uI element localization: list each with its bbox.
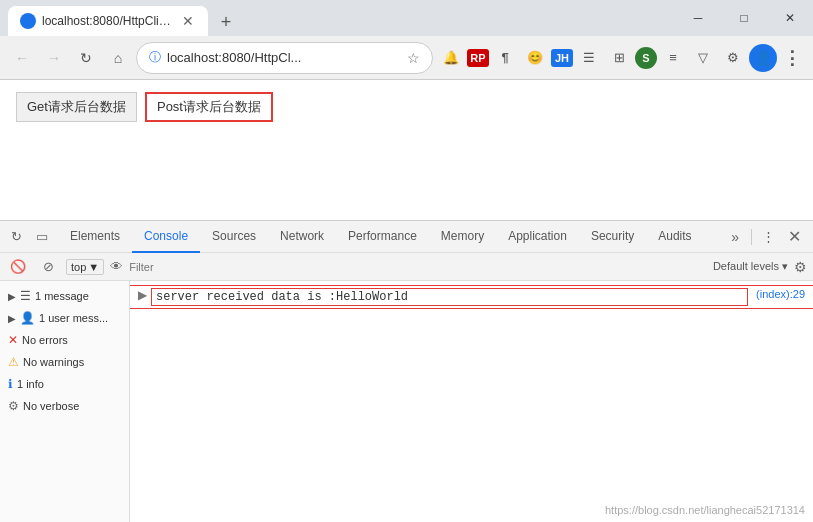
tab-elements[interactable]: Elements [58,221,132,253]
home-button[interactable]: ⌂ [104,44,132,72]
tab-bar: localhost:8080/HttpClientJsou... ✕ + ─ □… [0,0,813,36]
active-tab[interactable]: localhost:8080/HttpClientJsou... ✕ [8,6,208,36]
tab-performance[interactable]: Performance [336,221,429,253]
devtools-inspect-icon[interactable]: ↻ [4,225,28,249]
forward-button[interactable]: → [40,44,68,72]
new-tab-button[interactable]: + [212,8,240,36]
watermark: https://blog.csdn.net/lianghecai52171314 [605,504,805,516]
bookmark-icon[interactable]: ☆ [407,50,420,66]
toolbar-list-icon[interactable]: ☰ [575,44,603,72]
page-content: Get请求后台数据 Post请求后台数据 [0,80,813,220]
verbose-icon: ⚙ [8,399,19,413]
sidebar-item-verbose[interactable]: ⚙ No verbose [0,395,129,417]
messages-icon: ☰ [20,289,31,303]
page-buttons: Get请求后台数据 Post请求后台数据 [16,92,797,122]
get-button[interactable]: Get请求后台数据 [16,92,137,122]
expand-arrow: ▶ [8,313,16,324]
filter-input[interactable] [129,261,707,273]
toolbar-s-icon[interactable]: S [635,47,657,69]
toolbar-grid-icon[interactable]: ⊞ [605,44,633,72]
toolbar-bell-icon[interactable]: 🔔 [437,44,465,72]
devtools-settings-icon[interactable]: ⋮ [756,225,780,249]
toolbar-down-icon[interactable]: ▽ [689,44,717,72]
console-eye-icon[interactable]: 👁 [110,259,123,274]
console-row-message: ▶ server received data is :HelloWorld (i… [130,285,813,309]
console-message-text: server received data is :HelloWorld [151,288,748,306]
console-settings-icon[interactable]: ⚙ [794,259,807,275]
profile-icon[interactable]: 👤 [749,44,777,72]
toolbar-list2-icon[interactable]: ≡ [659,44,687,72]
toolbar-jh-icon[interactable]: JH [551,49,573,67]
user-icon: 👤 [20,311,35,325]
default-levels-dropdown[interactable]: Default levels ▾ [713,260,788,273]
tab-memory[interactable]: Memory [429,221,496,253]
close-button[interactable]: ✕ [767,0,813,36]
sidebar-item-messages[interactable]: ▶ ☰ 1 message [0,285,129,307]
devtools-tab-bar: ↻ ▭ Elements Console Sources Network Per… [0,221,813,253]
address-input-wrap[interactable]: ⓘ localhost:8080/HttpCl... ☆ [136,42,433,74]
tab-close-btn[interactable]: ✕ [180,11,196,31]
address-text: localhost:8080/HttpCl... [167,50,401,65]
warning-icon: ⚠ [8,355,19,369]
context-select[interactable]: top ▼ [66,259,104,275]
toolbar-icons: 🔔 RP ¶ 😊 JH ☰ ⊞ S ≡ ▽ ⚙ 👤 ⋮ [437,44,805,72]
console-output: ▶ server received data is :HelloWorld (i… [130,281,813,522]
console-toolbar: 🚫 ⊘ top ▼ 👁 Default levels ▾ ⚙ [0,253,813,281]
sidebar-item-user-messages[interactable]: ▶ 👤 1 user mess... [0,307,129,329]
toolbar-rp-icon[interactable]: RP [467,49,489,67]
sidebar-item-info[interactable]: ℹ 1 info [0,373,129,395]
console-filter-icon[interactable]: ⊘ [36,255,60,279]
minimize-button[interactable]: ─ [675,0,721,36]
tab-audits[interactable]: Audits [646,221,703,253]
menu-dots[interactable]: ⋮ [779,47,805,69]
info-icon: ℹ [8,377,13,391]
toolbar-emoji-icon[interactable]: 😊 [521,44,549,72]
console-content: ▶ ☰ 1 message ▶ 👤 1 user mess... ✕ No er… [0,281,813,522]
error-icon: ✕ [8,333,18,347]
console-clear-icon[interactable]: 🚫 [6,255,30,279]
sidebar-item-warnings[interactable]: ⚠ No warnings [0,351,129,373]
devtools-more-btn[interactable]: » [723,229,747,245]
tab-console[interactable]: Console [132,221,200,253]
devtools-divider [751,229,752,245]
tab-title: localhost:8080/HttpClientJsou... [42,14,174,28]
toolbar-para-icon[interactable]: ¶ [491,44,519,72]
tab-network[interactable]: Network [268,221,336,253]
toolbar-gear-icon[interactable]: ⚙ [719,44,747,72]
refresh-button[interactable]: ↻ [72,44,100,72]
expand-arrow: ▶ [8,291,16,302]
address-bar: ← → ↻ ⌂ ⓘ localhost:8080/HttpCl... ☆ 🔔 R… [0,36,813,80]
devtools-device-icon[interactable]: ▭ [30,225,54,249]
tab-favicon [20,13,36,29]
tab-security[interactable]: Security [579,221,646,253]
console-location-link[interactable]: (index):29 [756,288,805,300]
lock-icon: ⓘ [149,49,161,66]
tab-sources[interactable]: Sources [200,221,268,253]
console-sidebar: ▶ ☰ 1 message ▶ 👤 1 user mess... ✕ No er… [0,281,130,522]
post-button[interactable]: Post请求后台数据 [145,92,273,122]
back-button[interactable]: ← [8,44,36,72]
tab-application[interactable]: Application [496,221,579,253]
row-expand-icon: ▶ [138,288,147,302]
browser-window: localhost:8080/HttpClientJsou... ✕ + ─ □… [0,0,813,522]
maximize-button[interactable]: □ [721,0,767,36]
devtools-panel: ↻ ▭ Elements Console Sources Network Per… [0,220,813,522]
sidebar-item-errors[interactable]: ✕ No errors [0,329,129,351]
devtools-close-btn[interactable]: ✕ [780,227,809,246]
